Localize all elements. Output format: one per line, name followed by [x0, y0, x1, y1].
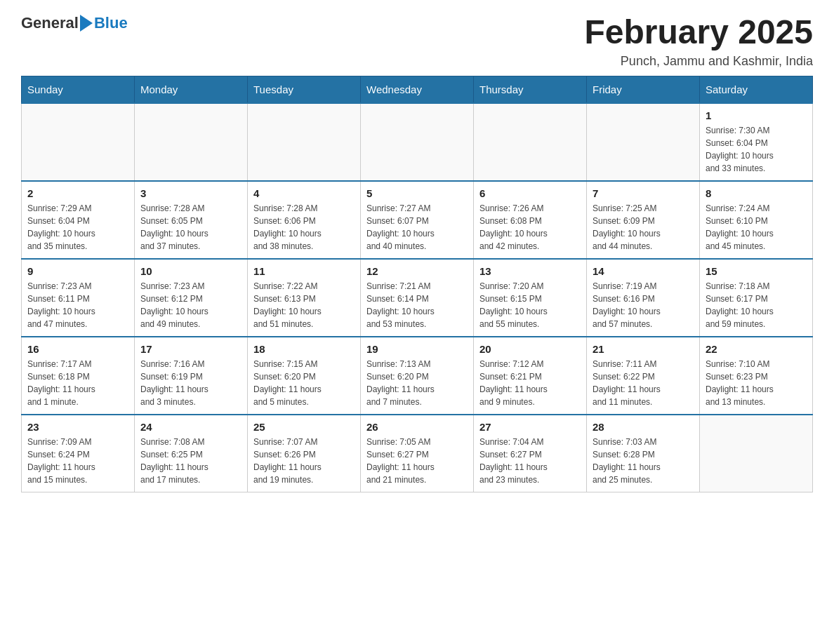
calendar-cell: [587, 103, 700, 181]
day-info: Sunrise: 7:21 AMSunset: 6:14 PMDaylight:…: [366, 280, 468, 330]
day-number: 10: [140, 265, 241, 277]
day-number: 13: [479, 265, 581, 277]
calendar-cell: 11Sunrise: 7:22 AMSunset: 6:13 PMDayligh…: [248, 259, 361, 337]
calendar-cell: [248, 103, 361, 181]
day-info: Sunrise: 7:16 AMSunset: 6:19 PMDaylight:…: [140, 358, 241, 408]
calendar-table: Sunday Monday Tuesday Wednesday Thursday…: [21, 76, 813, 492]
day-info: Sunrise: 7:18 AMSunset: 6:17 PMDaylight:…: [706, 280, 807, 330]
day-info: Sunrise: 7:26 AMSunset: 6:08 PMDaylight:…: [479, 202, 581, 253]
header-saturday: Saturday: [700, 76, 813, 103]
day-info: Sunrise: 7:07 AMSunset: 6:26 PMDaylight:…: [253, 436, 355, 486]
calendar-cell: 3Sunrise: 7:28 AMSunset: 6:05 PMDaylight…: [135, 181, 248, 259]
day-info: Sunrise: 7:08 AMSunset: 6:25 PMDaylight:…: [140, 436, 241, 486]
calendar-cell: 17Sunrise: 7:16 AMSunset: 6:19 PMDayligh…: [135, 337, 248, 415]
header: General Blue February 2025 Punch, Jammu …: [21, 14, 813, 69]
calendar-cell: 14Sunrise: 7:19 AMSunset: 6:16 PMDayligh…: [587, 259, 700, 337]
calendar-cell: 18Sunrise: 7:15 AMSunset: 6:20 PMDayligh…: [248, 337, 361, 415]
day-number: 27: [479, 421, 581, 433]
calendar-cell: 8Sunrise: 7:24 AMSunset: 6:10 PMDaylight…: [700, 181, 813, 259]
day-number: 25: [253, 421, 355, 433]
day-info: Sunrise: 7:27 AMSunset: 6:07 PMDaylight:…: [366, 202, 468, 253]
day-info: Sunrise: 7:17 AMSunset: 6:18 PMDaylight:…: [27, 358, 128, 408]
calendar-cell: 7Sunrise: 7:25 AMSunset: 6:09 PMDaylight…: [587, 181, 700, 259]
day-info: Sunrise: 7:30 AMSunset: 6:04 PMDaylight:…: [706, 124, 807, 175]
calendar-cell: 9Sunrise: 7:23 AMSunset: 6:11 PMDaylight…: [22, 259, 135, 337]
day-number: 22: [706, 343, 807, 355]
calendar-cell: 26Sunrise: 7:05 AMSunset: 6:27 PMDayligh…: [361, 415, 474, 492]
day-number: 9: [27, 265, 128, 277]
calendar-cell: 25Sunrise: 7:07 AMSunset: 6:26 PMDayligh…: [248, 415, 361, 492]
calendar-week-row: 1Sunrise: 7:30 AMSunset: 6:04 PMDaylight…: [22, 103, 813, 181]
day-info: Sunrise: 7:29 AMSunset: 6:04 PMDaylight:…: [27, 202, 128, 253]
calendar-cell: 4Sunrise: 7:28 AMSunset: 6:06 PMDaylight…: [248, 181, 361, 259]
calendar-cell: 24Sunrise: 7:08 AMSunset: 6:25 PMDayligh…: [135, 415, 248, 492]
day-info: Sunrise: 7:03 AMSunset: 6:28 PMDaylight:…: [593, 436, 694, 486]
logo-general-text: General: [21, 14, 79, 32]
day-info: Sunrise: 7:19 AMSunset: 6:16 PMDaylight:…: [593, 280, 694, 330]
day-number: 6: [479, 187, 581, 199]
calendar-cell: 21Sunrise: 7:11 AMSunset: 6:22 PMDayligh…: [587, 337, 700, 415]
header-thursday: Thursday: [474, 76, 587, 103]
day-info: Sunrise: 7:23 AMSunset: 6:11 PMDaylight:…: [27, 280, 128, 330]
location-subtitle: Punch, Jammu and Kashmir, India: [584, 54, 813, 69]
day-number: 11: [253, 265, 355, 277]
title-area: February 2025 Punch, Jammu and Kashmir, …: [584, 14, 813, 69]
day-info: Sunrise: 7:11 AMSunset: 6:22 PMDaylight:…: [593, 358, 694, 408]
logo-arrow-icon: [80, 15, 93, 32]
day-number: 28: [593, 421, 694, 433]
day-number: 5: [366, 187, 468, 199]
header-sunday: Sunday: [22, 76, 135, 103]
day-info: Sunrise: 7:24 AMSunset: 6:10 PMDaylight:…: [706, 202, 807, 253]
day-info: Sunrise: 7:09 AMSunset: 6:24 PMDaylight:…: [27, 436, 128, 486]
day-number: 16: [27, 343, 128, 355]
day-number: 23: [27, 421, 128, 433]
day-number: 18: [253, 343, 355, 355]
header-wednesday: Wednesday: [361, 76, 474, 103]
day-number: 3: [140, 187, 241, 199]
day-number: 8: [706, 187, 807, 199]
day-number: 2: [27, 187, 128, 199]
calendar-week-row: 16Sunrise: 7:17 AMSunset: 6:18 PMDayligh…: [22, 337, 813, 415]
day-number: 19: [366, 343, 468, 355]
day-info: Sunrise: 7:25 AMSunset: 6:09 PMDaylight:…: [593, 202, 694, 253]
calendar-cell: [474, 103, 587, 181]
calendar-cell: 28Sunrise: 7:03 AMSunset: 6:28 PMDayligh…: [587, 415, 700, 492]
header-friday: Friday: [587, 76, 700, 103]
calendar-cell: 5Sunrise: 7:27 AMSunset: 6:07 PMDaylight…: [361, 181, 474, 259]
calendar-cell: 6Sunrise: 7:26 AMSunset: 6:08 PMDaylight…: [474, 181, 587, 259]
calendar-cell: 19Sunrise: 7:13 AMSunset: 6:20 PMDayligh…: [361, 337, 474, 415]
calendar-cell: 22Sunrise: 7:10 AMSunset: 6:23 PMDayligh…: [700, 337, 813, 415]
day-number: 7: [593, 187, 694, 199]
calendar-cell: 16Sunrise: 7:17 AMSunset: 6:18 PMDayligh…: [22, 337, 135, 415]
calendar-cell: [700, 415, 813, 492]
header-monday: Monday: [135, 76, 248, 103]
calendar-cell: 10Sunrise: 7:23 AMSunset: 6:12 PMDayligh…: [135, 259, 248, 337]
day-info: Sunrise: 7:04 AMSunset: 6:27 PMDaylight:…: [479, 436, 581, 486]
day-number: 4: [253, 187, 355, 199]
logo: General Blue: [21, 14, 128, 32]
calendar-cell: 12Sunrise: 7:21 AMSunset: 6:14 PMDayligh…: [361, 259, 474, 337]
calendar-cell: [135, 103, 248, 181]
day-info: Sunrise: 7:28 AMSunset: 6:06 PMDaylight:…: [253, 202, 355, 253]
calendar-cell: 15Sunrise: 7:18 AMSunset: 6:17 PMDayligh…: [700, 259, 813, 337]
calendar-cell: 20Sunrise: 7:12 AMSunset: 6:21 PMDayligh…: [474, 337, 587, 415]
calendar-cell: 2Sunrise: 7:29 AMSunset: 6:04 PMDaylight…: [22, 181, 135, 259]
day-number: 1: [706, 109, 807, 121]
calendar-cell: 1Sunrise: 7:30 AMSunset: 6:04 PMDaylight…: [700, 103, 813, 181]
day-number: 12: [366, 265, 468, 277]
day-info: Sunrise: 7:20 AMSunset: 6:15 PMDaylight:…: [479, 280, 581, 330]
calendar-week-row: 23Sunrise: 7:09 AMSunset: 6:24 PMDayligh…: [22, 415, 813, 492]
calendar-cell: [22, 103, 135, 181]
day-number: 21: [593, 343, 694, 355]
calendar-week-row: 2Sunrise: 7:29 AMSunset: 6:04 PMDaylight…: [22, 181, 813, 259]
month-title: February 2025: [584, 14, 813, 51]
day-number: 15: [706, 265, 807, 277]
calendar-header-row: Sunday Monday Tuesday Wednesday Thursday…: [22, 76, 813, 103]
day-number: 20: [479, 343, 581, 355]
logo-blue-text: Blue: [94, 14, 128, 32]
day-number: 24: [140, 421, 241, 433]
logo-area: General Blue: [21, 14, 128, 32]
day-info: Sunrise: 7:15 AMSunset: 6:20 PMDaylight:…: [253, 358, 355, 408]
header-tuesday: Tuesday: [248, 76, 361, 103]
day-info: Sunrise: 7:12 AMSunset: 6:21 PMDaylight:…: [479, 358, 581, 408]
